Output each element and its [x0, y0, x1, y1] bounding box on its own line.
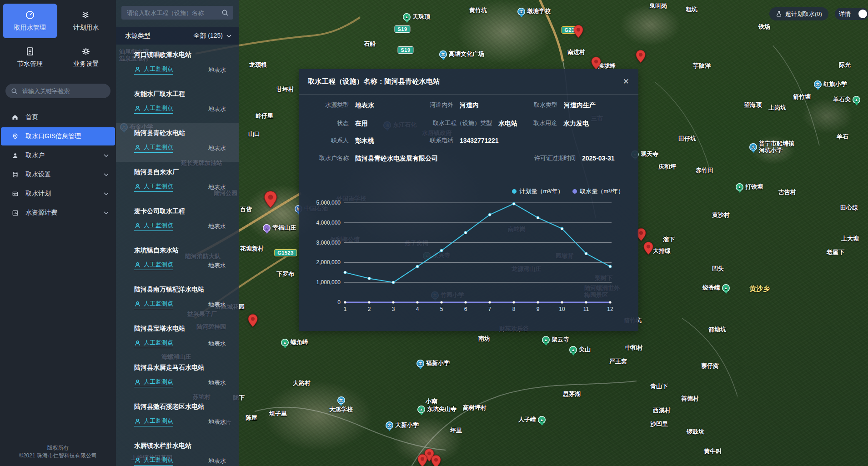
- sidebar-item-home[interactable]: 首页: [1, 108, 115, 126]
- pin-icon: [417, 454, 427, 466]
- field-label: 取水户名称: [319, 154, 349, 162]
- map-pin[interactable]: [643, 241, 653, 257]
- map-label: ▲东坑尖山寺: [417, 405, 457, 413]
- map-label: ▲聚云寺: [542, 336, 569, 344]
- station-list-item[interactable]: 水唇镇水栏肚水电站人工监测点地表水: [116, 436, 239, 466]
- station-list-item[interactable]: 东坑镇自来水站人工监测点地表水: [116, 240, 239, 279]
- map-pin[interactable]: [248, 314, 258, 329]
- station-list-item[interactable]: 陆河县水唇走马石水电站人工监测点地表水: [116, 357, 239, 396]
- map-label: 严王窝: [609, 357, 627, 366]
- map-label: 文高塘文化广场: [439, 50, 484, 58]
- svg-text:2,000,000: 2,000,000: [316, 259, 341, 266]
- tile-plan-water[interactable]: 计划用水: [59, 4, 114, 38]
- manual-monitor-link[interactable]: 人工监测点: [134, 456, 173, 466]
- monitor-label: 人工监测点: [144, 104, 173, 112]
- field-value: 在用: [355, 120, 368, 127]
- sidebar-menu: 首页取水口GIS信息管理取水户取水设置取水计划水资源计费: [0, 107, 116, 444]
- manual-monitor-link[interactable]: 人工监测点: [134, 65, 173, 75]
- svg-text:6: 6: [464, 306, 467, 312]
- field-value: 2025-03-31: [582, 155, 615, 162]
- field-label: 河道内外: [430, 101, 453, 109]
- station-list-item[interactable]: 陆河县自来水厂人工监测点地表水: [116, 162, 239, 201]
- svg-text:5: 5: [440, 306, 443, 312]
- sidebar-item-water-users[interactable]: 取水户: [1, 146, 115, 165]
- map-pin[interactable]: [431, 455, 441, 466]
- toggle-knob[interactable]: [858, 10, 867, 18]
- station-list-item[interactable]: 陆河县青砼水电站人工监测点地表水: [116, 123, 239, 162]
- manual-monitor-link[interactable]: 人工监测点: [134, 182, 173, 192]
- svg-text:9: 9: [537, 306, 540, 312]
- map-pin[interactable]: [573, 25, 583, 40]
- person-icon: [134, 340, 141, 346]
- field-value: 陆河县青砼水电发展有限公司: [355, 155, 438, 162]
- manual-monitor-link[interactable]: 人工监测点: [134, 378, 173, 387]
- pin-icon: [264, 190, 277, 208]
- sidebar-item-intake-plan[interactable]: 取水计划: [1, 185, 115, 203]
- station-name: 陆河县激石溪老区水电站: [134, 403, 226, 411]
- keyword-search[interactable]: [5, 84, 110, 98]
- gauge-icon: [25, 10, 35, 20]
- station-list-item[interactable]: 麦卡公司取水工程人工监测点地表水: [116, 201, 239, 240]
- station-list-item[interactable]: 陆河县宝塔水电站人工监测点地表水: [116, 318, 239, 357]
- source-type-filter[interactable]: 水源类型 全部 (125): [116, 27, 239, 45]
- svg-text:1: 1: [344, 306, 347, 312]
- manual-monitor-link[interactable]: 人工监测点: [134, 417, 173, 426]
- person-icon: [134, 222, 141, 229]
- monitor-label: 人工监测点: [144, 261, 173, 269]
- station-list-item[interactable]: 河口镇唱歌潭水电站人工监测点地表水: [116, 45, 239, 84]
- map-label: 小南: [426, 397, 437, 406]
- sidebar-item-water-billing[interactable]: 水资源计费: [1, 204, 115, 222]
- map-label: 思茅湖: [563, 390, 581, 398]
- school-icon: 文: [814, 80, 822, 88]
- manual-monitor-link[interactable]: 人工监测点: [134, 300, 173, 309]
- map-label: 下罗布: [276, 270, 294, 278]
- sidebar-item-gis[interactable]: 取水口GIS信息管理: [1, 127, 115, 145]
- tile-save-water[interactable]: 节水管理: [3, 40, 57, 75]
- svg-text:12: 12: [607, 306, 613, 312]
- map-label: 大排缐: [653, 247, 671, 255]
- station-list-item[interactable]: 友能水厂取水工程人工监测点地表水: [116, 84, 239, 123]
- home-icon: [11, 114, 19, 121]
- map-label: 文红旗小学: [814, 80, 847, 88]
- filter-label: 水源类型: [125, 32, 151, 40]
- keyword-search-input[interactable]: [21, 87, 105, 95]
- station-search[interactable]: [121, 6, 233, 20]
- manual-monitor-link[interactable]: 人工监测点: [134, 221, 173, 231]
- pin-icon: [431, 455, 441, 466]
- chevron-down-icon: [104, 154, 109, 157]
- mountain-icon: ▲: [722, 284, 730, 292]
- map-pin[interactable]: [636, 50, 646, 65]
- map-label: 鬼叫岗: [649, 2, 667, 10]
- person-icon: [134, 105, 141, 112]
- person-icon: [134, 301, 141, 307]
- map-pin[interactable]: [417, 454, 427, 466]
- field-label: 联系人: [331, 136, 349, 145]
- manual-monitor-link[interactable]: 人工监测点: [134, 261, 173, 270]
- sidebar-item-label: 取水口GIS信息管理: [25, 132, 109, 140]
- map-label: 南坊: [478, 335, 490, 343]
- map-label: 善德村: [681, 395, 699, 403]
- map-label: 文墩塘学校: [517, 7, 551, 15]
- school-icon: 文: [517, 8, 525, 15]
- app-tiles: 取用水管理 计划用水 节水管理 业务设置: [0, 0, 116, 79]
- manual-monitor-link[interactable]: 人工监测点: [134, 143, 173, 153]
- manual-monitor-link[interactable]: 人工监测点: [134, 104, 173, 114]
- monitor-label: 人工监测点: [144, 378, 173, 386]
- manual-monitor-link[interactable]: 人工监测点: [134, 339, 173, 348]
- close-icon[interactable]: ✕: [623, 78, 629, 85]
- map-label: 田心缐: [840, 204, 858, 212]
- map-pin[interactable]: [264, 190, 277, 210]
- map-label: 花塘新村: [240, 245, 264, 253]
- station-search-input[interactable]: [126, 9, 219, 17]
- station-name: 麦卡公司取水工程: [134, 207, 226, 215]
- detail-toggle[interactable]: 详情: [835, 8, 868, 20]
- station-list-item[interactable]: 陆河县南万镇杞洋水电站人工监测点地表水: [116, 279, 239, 318]
- sidebar-item-intake-settings[interactable]: 取水设置: [1, 165, 115, 184]
- tile-water-use[interactable]: 取用水管理: [3, 4, 57, 38]
- water-source-type: 地表水: [208, 66, 226, 74]
- copyright-line1: 版权所有: [5, 444, 111, 452]
- water-source-type: 地表水: [208, 183, 226, 191]
- over-plan-intake-button[interactable]: 超计划取水(0): [769, 7, 828, 20]
- tile-biz-settings[interactable]: 业务设置: [59, 40, 114, 75]
- station-list-item[interactable]: 陆河县激石溪老区水电站人工监测点地表水: [116, 396, 239, 436]
